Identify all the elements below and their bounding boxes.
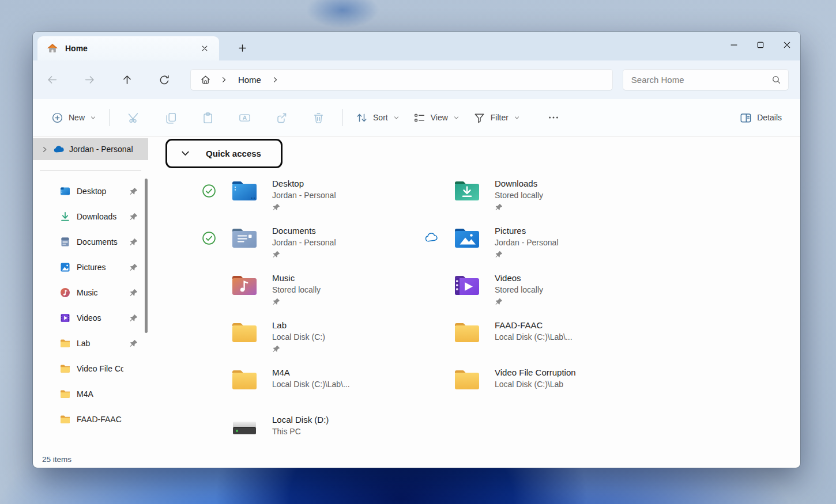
view-icon bbox=[413, 112, 425, 124]
breadcrumb-home-icon[interactable] bbox=[197, 74, 214, 85]
sidebar-list: Desktop Downloads Documents Pictures Mus… bbox=[33, 179, 148, 432]
more-options-icon[interactable] bbox=[541, 106, 566, 129]
quick-access-item-videos[interactable]: Videos Stored locally bbox=[424, 271, 666, 306]
paste-icon[interactable] bbox=[195, 106, 220, 129]
details-button[interactable]: Details bbox=[733, 107, 789, 128]
music-icon bbox=[59, 287, 71, 298]
pin-icon bbox=[129, 263, 138, 272]
copy-icon[interactable] bbox=[158, 106, 183, 129]
pin-icon bbox=[495, 203, 503, 211]
home-tab-icon bbox=[47, 43, 58, 54]
item-subtitle: This PC bbox=[272, 426, 329, 438]
view-button[interactable]: View bbox=[406, 107, 466, 128]
pin-icon bbox=[272, 203, 280, 211]
forward-icon[interactable] bbox=[78, 69, 101, 92]
videos-icon bbox=[59, 312, 71, 324]
tab-close-icon[interactable] bbox=[197, 41, 212, 56]
chevron-down-icon bbox=[90, 115, 96, 121]
sidebar-item-m4a[interactable]: M4A bbox=[33, 381, 148, 407]
sidebar-item-music[interactable]: Music bbox=[33, 280, 148, 305]
navigation-bar: Home bbox=[33, 60, 800, 99]
item-name: Video File Corruption bbox=[495, 366, 576, 378]
folder-downloads-icon bbox=[453, 177, 481, 204]
tab-title: Home bbox=[65, 44, 190, 53]
downloads-icon bbox=[59, 211, 71, 222]
address-bar[interactable]: Home bbox=[190, 69, 613, 90]
quick-access-item-downloads[interactable]: Downloads Stored locally bbox=[424, 177, 666, 211]
sidebar-scrollbar-thumb[interactable] bbox=[145, 179, 148, 333]
sidebar-item-pictures[interactable]: Pictures bbox=[33, 255, 148, 280]
quick-access-item-pictures[interactable]: Pictures Jordan - Personal bbox=[424, 224, 666, 259]
new-tab-button[interactable] bbox=[232, 37, 253, 58]
rename-icon[interactable] bbox=[232, 106, 257, 129]
quick-access-item-documents[interactable]: Documents Jordan - Personal bbox=[202, 224, 424, 259]
tab-home[interactable]: Home bbox=[37, 36, 219, 60]
file-explorer-window: Home bbox=[33, 32, 800, 468]
sidebar-item-videos[interactable]: Videos bbox=[33, 305, 148, 331]
cut-icon[interactable] bbox=[121, 106, 146, 129]
sync-cloud-icon bbox=[424, 224, 439, 252]
sidebar-item-lab[interactable]: Lab bbox=[33, 331, 148, 356]
quick-access-header[interactable]: Quick access bbox=[165, 139, 283, 168]
item-name: Downloads bbox=[495, 177, 543, 190]
item-subtitle: Local Disk (C:)\Lab bbox=[495, 378, 576, 391]
details-pane-icon bbox=[740, 112, 752, 124]
item-subtitle: Local Disk (C:)\Lab\... bbox=[495, 331, 573, 343]
item-count: 25 items bbox=[42, 455, 71, 464]
onedrive-cloud-icon bbox=[53, 143, 65, 155]
sidebar-item-desktop[interactable]: Desktop bbox=[33, 179, 148, 204]
navigation-pane: Jordan - Personal Desktop Downloads Docu… bbox=[33, 137, 148, 450]
sidebar-item-documents[interactable]: Documents bbox=[33, 229, 148, 255]
new-label: New bbox=[69, 113, 85, 122]
back-icon[interactable] bbox=[41, 69, 64, 92]
maximize-icon[interactable] bbox=[747, 32, 774, 58]
item-subtitle: Jordan - Personal bbox=[272, 237, 336, 249]
item-subtitle: Stored locally bbox=[495, 190, 543, 202]
pin-icon bbox=[129, 314, 138, 323]
close-icon[interactable] bbox=[774, 32, 800, 58]
items-view: Quick access Desktop Jordan - Personal D… bbox=[148, 137, 800, 450]
folder-icon bbox=[59, 414, 71, 425]
quick-access-item-desktop[interactable]: Desktop Jordan - Personal bbox=[202, 177, 424, 211]
sidebar-item-downloads[interactable]: Downloads bbox=[33, 204, 148, 229]
up-icon[interactable] bbox=[115, 69, 138, 92]
window-controls bbox=[721, 32, 800, 60]
filter-button[interactable]: Filter bbox=[466, 107, 527, 128]
sidebar-item-faad-faac[interactable]: FAAD-FAAC bbox=[33, 407, 148, 432]
chevron-down-icon[interactable] bbox=[180, 148, 191, 159]
quick-access-item-faad-faac[interactable]: FAAD-FAAC Local Disk (C:)\Lab\... bbox=[424, 319, 666, 353]
pin-icon bbox=[272, 298, 280, 306]
sidebar-item-video-file-corruption[interactable]: Video File Corruption bbox=[33, 356, 148, 381]
share-icon[interactable] bbox=[269, 106, 294, 129]
item-name: M4A bbox=[272, 366, 350, 378]
details-label: Details bbox=[757, 113, 782, 122]
quick-access-grid: Desktop Jordan - Personal Downloads Stor… bbox=[202, 177, 666, 448]
search-box[interactable] bbox=[623, 69, 789, 90]
breadcrumb-chevron-icon bbox=[217, 76, 231, 84]
new-button[interactable]: New bbox=[44, 107, 103, 128]
search-input[interactable] bbox=[631, 75, 771, 85]
quick-access-item-video-file-corruption[interactable]: Video File Corruption Local Disk (C:)\La… bbox=[424, 366, 666, 400]
folder-documents-icon bbox=[231, 224, 258, 252]
quick-access-item-lab[interactable]: Lab Local Disk (C:) bbox=[202, 319, 424, 353]
delete-icon[interactable] bbox=[306, 106, 331, 129]
item-subtitle: Jordan - Personal bbox=[272, 190, 336, 202]
sort-button[interactable]: Sort bbox=[349, 107, 406, 128]
documents-icon bbox=[59, 236, 71, 248]
item-subtitle: Local Disk (C:)\Lab\... bbox=[272, 378, 350, 391]
quick-access-item-local-disk-d-[interactable]: Local Disk (D:) This PC bbox=[202, 413, 424, 448]
desktop-icon bbox=[59, 185, 71, 197]
breadcrumb-chevron-icon[interactable] bbox=[268, 76, 283, 84]
sidebar-item-onedrive[interactable]: Jordan - Personal bbox=[33, 138, 148, 160]
minimize-icon[interactable] bbox=[721, 32, 747, 58]
chevron-right-icon[interactable] bbox=[41, 146, 48, 153]
sort-icon bbox=[356, 112, 368, 124]
breadcrumb-item-home[interactable]: Home bbox=[234, 74, 266, 86]
item-subtitle: Local Disk (C:) bbox=[272, 331, 325, 343]
search-icon[interactable] bbox=[771, 75, 781, 85]
quick-access-item-music[interactable]: Music Stored locally bbox=[202, 271, 424, 306]
item-name: FAAD-FAAC bbox=[495, 319, 573, 331]
pictures-icon bbox=[59, 262, 71, 273]
refresh-icon[interactable] bbox=[153, 69, 176, 92]
quick-access-item-m4a[interactable]: M4A Local Disk (C:)\Lab\... bbox=[202, 366, 424, 400]
